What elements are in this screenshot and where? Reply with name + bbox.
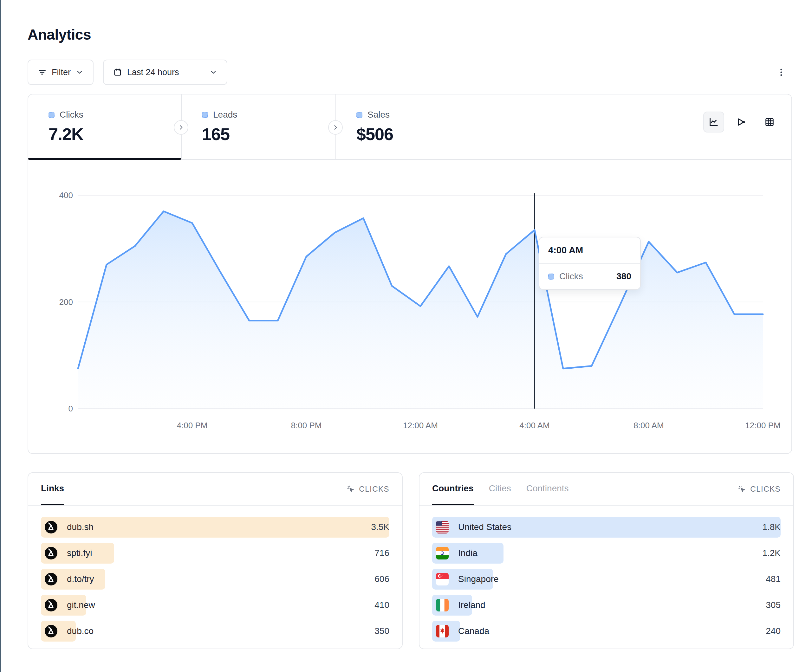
- link-label: d.to/try: [67, 574, 94, 584]
- tab-continents[interactable]: Continents: [526, 473, 569, 505]
- country-row[interactable]: Canada 240: [432, 618, 781, 644]
- link-row[interactable]: dub.sh 3.5K: [41, 514, 389, 540]
- sales-legend-swatch: [357, 112, 362, 118]
- leads-label: Leads: [213, 110, 237, 120]
- table-view-button[interactable]: [759, 112, 780, 133]
- tooltip-time: 4:00 AM: [539, 237, 640, 264]
- link-row[interactable]: d.to/try 606: [41, 566, 389, 592]
- leads-legend-swatch: [202, 112, 208, 118]
- clicks-area-chart[interactable]: 02004004:00 PM8:00 PM12:00 AM4:00 AM8:00…: [28, 191, 792, 445]
- tooltip-legend-swatch: [548, 273, 554, 280]
- us-flag-icon: [436, 521, 449, 534]
- x-axis-tick-label: 8:00 AM: [633, 421, 664, 430]
- country-label: Singapore: [458, 574, 499, 584]
- sales-value: $506: [357, 124, 490, 144]
- links-panel-header: Links CLICKS: [28, 473, 402, 506]
- tab-countries[interactable]: Countries: [432, 473, 474, 505]
- page-title: Analytics: [27, 26, 91, 43]
- country-row[interactable]: United States 1.8K: [432, 514, 781, 540]
- dub-logo-icon: [45, 521, 57, 534]
- chevron-right-icon: [178, 124, 184, 131]
- filter-icon: [38, 68, 47, 77]
- x-axis-tick-label: 4:00 PM: [177, 421, 208, 430]
- chart-tooltip: 4:00 AM Clicks 380: [539, 237, 641, 290]
- geo-metric-label: CLICKS: [750, 484, 781, 493]
- analytics-page: Analytics Filter Last 24 hours: [0, 0, 812, 672]
- link-clicks-value: 410: [374, 600, 389, 610]
- funnel-view-button[interactable]: [731, 112, 752, 133]
- links-metric-label: CLICKS: [359, 484, 389, 493]
- tab-clicks[interactable]: Clicks 7.2K: [28, 94, 181, 159]
- y-axis-tick-label: 0: [68, 404, 73, 413]
- clicks-value: 7.2K: [48, 124, 181, 144]
- dub-logo-icon: [45, 625, 57, 638]
- chevron-right-icon: [332, 124, 339, 131]
- country-row[interactable]: India 1.2K: [432, 540, 781, 566]
- leads-value: 165: [202, 124, 336, 144]
- dub-logo-icon: [45, 599, 57, 611]
- table-grid-icon: [764, 117, 775, 128]
- filter-button[interactable]: Filter: [27, 60, 94, 85]
- link-label: git.new: [67, 600, 95, 610]
- y-axis-tick-label: 200: [59, 297, 73, 307]
- country-row[interactable]: Singapore 481: [432, 566, 781, 592]
- kebab-menu-icon: [776, 68, 786, 77]
- dub-logo-icon: [45, 547, 57, 559]
- x-axis-tick-label: 12:00 AM: [403, 421, 438, 430]
- cursor-click-icon: [346, 484, 355, 493]
- more-options-button[interactable]: [771, 61, 792, 84]
- line-chart-icon: [708, 117, 719, 128]
- singapore-flag-icon: [436, 573, 449, 585]
- link-row[interactable]: dub.co 350: [41, 618, 389, 644]
- country-label: Ireland: [458, 600, 485, 610]
- link-clicks-value: 606: [374, 574, 389, 584]
- link-label: dub.co: [67, 626, 94, 636]
- funnel-icon: [736, 117, 747, 128]
- date-range-label: Last 24 hours: [127, 68, 179, 77]
- link-clicks-value: 350: [374, 626, 389, 636]
- link-row[interactable]: spti.fyi 716: [41, 540, 389, 566]
- countries-list: United States 1.8K India 1.2K Singapore …: [420, 506, 793, 644]
- clicks-chart-area[interactable]: 02004004:00 PM8:00 PM12:00 AM4:00 AM8:00…: [28, 160, 792, 453]
- stats-row: Clicks 7.2K Leads 165 Sales $506: [28, 94, 792, 160]
- links-metric-chip[interactable]: CLICKS: [346, 484, 389, 493]
- cursor-click-icon: [737, 484, 746, 493]
- geo-panel: Countries Cities Continents CLICKS Unite…: [419, 472, 794, 649]
- sales-label: Sales: [367, 110, 390, 120]
- country-clicks-value: 240: [766, 626, 781, 636]
- date-range-button[interactable]: Last 24 hours: [103, 60, 227, 85]
- link-label: spti.fyi: [67, 548, 92, 558]
- link-label: dub.sh: [67, 522, 94, 532]
- tab-cities[interactable]: Cities: [489, 473, 511, 505]
- link-row[interactable]: git.new 410: [41, 592, 389, 618]
- next-step-chevron-button[interactable]: [328, 120, 343, 135]
- chevron-down-icon: [210, 68, 217, 76]
- dub-logo-icon: [45, 573, 57, 585]
- country-clicks-value: 1.8K: [762, 522, 781, 532]
- clicks-label: Clicks: [60, 110, 84, 120]
- x-axis-tick-label: 4:00 AM: [519, 421, 549, 430]
- geo-metric-chip[interactable]: CLICKS: [737, 484, 781, 493]
- next-step-chevron-button[interactable]: [174, 120, 188, 135]
- canada-flag-icon: [436, 625, 449, 638]
- tab-leads[interactable]: Leads 165: [181, 94, 336, 159]
- clicks-legend-swatch: [48, 112, 55, 118]
- y-axis-tick-label: 400: [59, 191, 73, 200]
- chart-view-switcher: [703, 112, 780, 133]
- tab-sales[interactable]: Sales $506: [336, 94, 490, 159]
- tab-links[interactable]: Links: [41, 473, 64, 505]
- calendar-icon: [113, 68, 122, 77]
- links-list: dub.sh 3.5K spti.fyi 716 d.to/try 606 gi…: [28, 506, 402, 644]
- chevron-down-icon: [76, 68, 84, 76]
- geo-panel-header: Countries Cities Continents CLICKS: [420, 473, 793, 506]
- line-chart-view-button[interactable]: [703, 112, 724, 133]
- ireland-flag-icon: [436, 599, 449, 611]
- link-clicks-value: 716: [374, 548, 389, 558]
- country-clicks-value: 305: [766, 600, 781, 610]
- country-label: Canada: [458, 626, 489, 636]
- tooltip-value: 380: [616, 271, 631, 281]
- india-flag-icon: [436, 547, 449, 559]
- country-row[interactable]: Ireland 305: [432, 592, 781, 618]
- link-clicks-value: 3.5K: [371, 522, 389, 532]
- tooltip-series-label: Clicks: [559, 271, 611, 281]
